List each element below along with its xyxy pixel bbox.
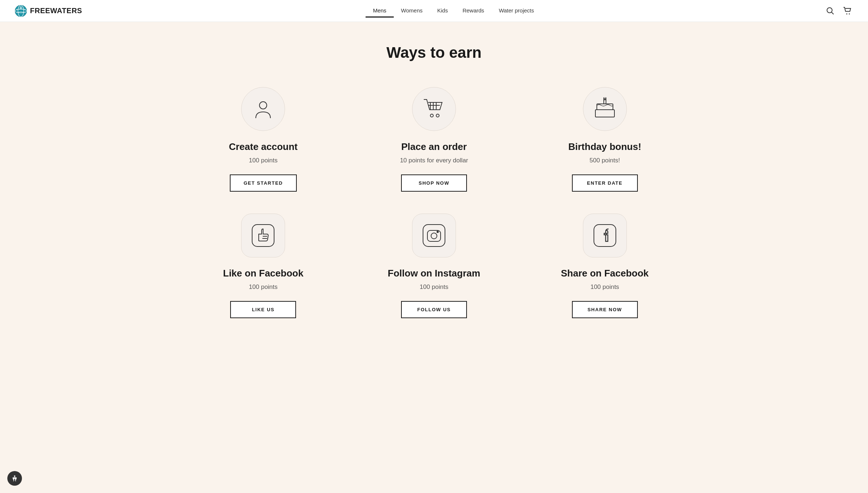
follow-instagram-points: 100 points (420, 283, 448, 291)
main-content: Ways to earn Create account 100 points G… (178, 22, 690, 347)
logo[interactable]: FREEWATERS (15, 5, 82, 17)
like-facebook-points: 100 points (249, 283, 277, 291)
nav-item-water-projects[interactable]: Water projects (491, 4, 541, 18)
svg-rect-18 (595, 110, 614, 117)
reward-card-share-facebook: Share on Facebook 100 points SHARE NOW (534, 214, 676, 318)
svg-rect-19 (252, 225, 274, 246)
place-order-points: 10 points for every dollar (400, 157, 468, 164)
cart-button[interactable] (842, 5, 853, 16)
thumbs-up-icon (251, 224, 275, 247)
reward-card-follow-instagram: Follow on Instagram 100 points FOLLOW US (363, 214, 505, 318)
share-now-button[interactable]: SHARE NOW (572, 301, 638, 318)
svg-rect-28 (594, 225, 616, 246)
svg-point-26 (431, 233, 437, 239)
instagram-icon (422, 224, 446, 247)
reward-card-like-facebook: Like on Facebook 100 points LIKE US (192, 214, 334, 318)
nav-item-mens[interactable]: Mens (366, 4, 394, 18)
nav-item-womens[interactable]: Womens (394, 4, 430, 18)
place-order-title: Place an order (401, 141, 467, 153)
nav-item-rewards[interactable]: Rewards (455, 4, 491, 18)
svg-point-6 (846, 13, 847, 14)
create-account-points: 100 points (249, 157, 277, 164)
svg-line-5 (831, 12, 834, 14)
birthday-points: 500 points! (590, 157, 620, 164)
nav-item-kids[interactable]: Kids (430, 4, 455, 18)
share-facebook-points: 100 points (590, 283, 619, 291)
svg-point-13 (430, 114, 433, 117)
create-account-icon-container (241, 87, 285, 131)
search-button[interactable] (825, 5, 836, 16)
follow-us-button[interactable]: FOLLOW US (401, 301, 467, 318)
get-started-button[interactable]: GET STARTED (230, 174, 297, 192)
reward-card-place-order: Place an order 10 points for every dolla… (363, 87, 505, 192)
svg-point-27 (437, 231, 438, 233)
like-facebook-icon-container (241, 214, 285, 257)
like-facebook-title: Like on Facebook (223, 268, 304, 279)
page-title: Ways to earn (192, 44, 676, 61)
create-account-title: Create account (229, 141, 298, 153)
svg-point-8 (259, 102, 267, 109)
svg-point-4 (827, 8, 832, 13)
reward-card-birthday: Birthday bonus! 500 points! ENTER DATE (534, 87, 676, 192)
svg-point-3 (20, 6, 22, 9)
logo-icon (15, 5, 27, 17)
follow-instagram-title: Follow on Instagram (388, 268, 480, 279)
svg-point-7 (849, 13, 850, 14)
cart-icon (843, 7, 852, 15)
place-order-icon-container (412, 87, 456, 131)
main-nav: Mens Womens Kids Rewards Water projects (366, 4, 541, 18)
svg-rect-24 (423, 225, 445, 246)
search-icon (826, 7, 834, 15)
facebook-icon (593, 224, 617, 247)
follow-instagram-icon-container (412, 214, 456, 257)
shop-now-button[interactable]: SHOP NOW (401, 174, 467, 192)
logo-text: FREEWATERS (30, 7, 82, 15)
header-icons (825, 5, 853, 16)
share-facebook-icon-container (583, 214, 627, 257)
share-facebook-title: Share on Facebook (561, 268, 649, 279)
cake-icon (594, 97, 616, 121)
shopping-cart-icon (422, 98, 446, 120)
svg-point-14 (436, 114, 439, 117)
like-us-button[interactable]: LIKE US (230, 301, 296, 318)
birthday-title: Birthday bonus! (568, 141, 641, 153)
enter-date-button[interactable]: ENTER DATE (572, 174, 638, 192)
header: FREEWATERS Mens Womens Kids Rewards Wate… (0, 0, 868, 22)
person-icon (252, 98, 274, 120)
rewards-grid: Create account 100 points GET STARTED Pl… (192, 87, 676, 318)
reward-card-create-account: Create account 100 points GET STARTED (192, 87, 334, 192)
birthday-icon-container (583, 87, 627, 131)
